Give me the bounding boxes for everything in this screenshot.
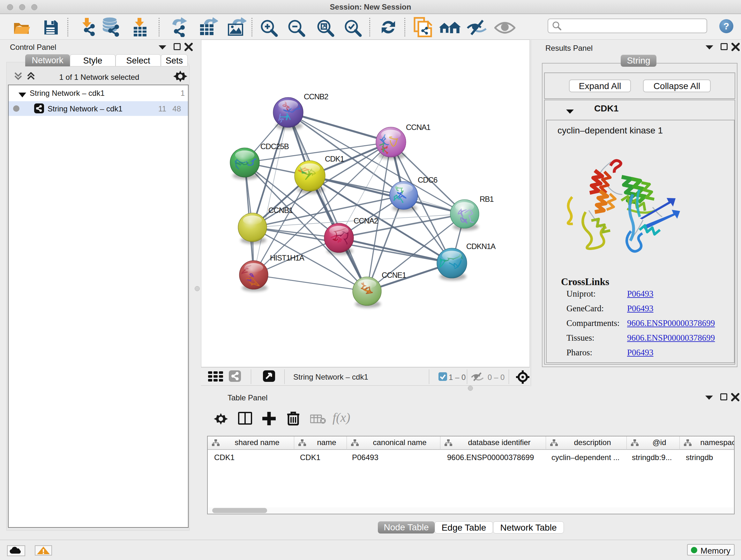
svg-text:CCNB2: CCNB2 [304,92,328,101]
svg-text:CDC25B: CDC25B [260,142,289,151]
svg-text:CDC6: CDC6 [418,176,437,184]
svg-text:CCNA2: CCNA2 [354,216,378,225]
svg-text:CDK1: CDK1 [325,154,344,163]
svg-text:HIST1H1A: HIST1H1A [270,253,305,262]
svg-text:CDKN1A: CDKN1A [466,242,495,251]
svg-text:CCNE1: CCNE1 [382,271,406,279]
svg-text:CCNA1: CCNA1 [406,123,430,132]
svg-text:RB1: RB1 [480,195,494,203]
svg-text:CCNB1: CCNB1 [268,206,293,214]
